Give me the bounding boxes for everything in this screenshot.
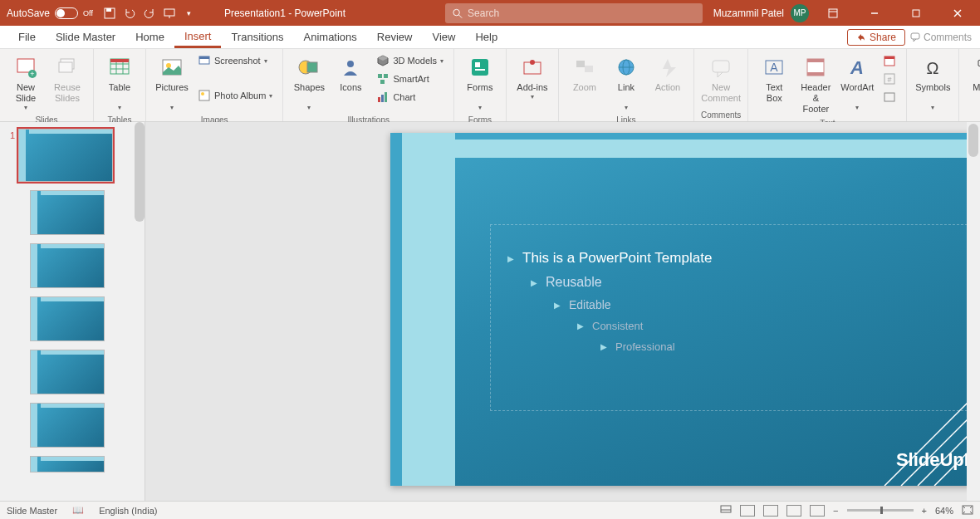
new-slide-button[interactable]: + New Slide▾ xyxy=(7,52,45,114)
shapes-button[interactable]: Shapes▾ xyxy=(290,52,328,114)
thumbnail-layout[interactable] xyxy=(30,350,105,394)
tab-file[interactable]: File xyxy=(8,26,46,48)
zoom-out-button[interactable]: − xyxy=(833,506,838,516)
slide-editor[interactable]: ▶This is a PowerPoint Template ▶Reusable… xyxy=(145,122,980,501)
svg-rect-49 xyxy=(713,61,729,72)
tab-transitions[interactable]: Transitions xyxy=(221,26,293,48)
close-button[interactable] xyxy=(940,0,975,26)
comments-label: Comments xyxy=(924,32,972,43)
new-comment-icon xyxy=(708,54,734,81)
pictures-button[interactable]: Pictures▾ xyxy=(153,52,191,114)
smartart-icon xyxy=(376,72,390,86)
maximize-button[interactable] xyxy=(899,0,933,26)
zoom-icon xyxy=(571,54,598,81)
forms-button[interactable]: Forms▾ xyxy=(461,52,499,114)
reuse-slides-button: Reuse Slides xyxy=(48,52,86,105)
tab-review[interactable]: Review xyxy=(367,26,423,48)
svg-rect-37 xyxy=(381,95,384,102)
new-comment-button: New Comment xyxy=(702,52,740,105)
bullet-level-1: ▶This is a PowerPoint Template xyxy=(507,250,950,267)
qa-more-icon[interactable]: ▾ xyxy=(181,5,198,22)
wordart-button[interactable]: AWordArt▾ xyxy=(838,52,876,114)
fit-to-window-button[interactable] xyxy=(962,505,973,517)
title-bar: AutoSave Off ▾ Presentation1 - PowerPoin… xyxy=(0,0,980,26)
view-sorter-button[interactable] xyxy=(763,505,778,517)
group-images: Pictures▾ Screenshot ▾ Photo Album ▾ Ima… xyxy=(146,49,283,121)
redo-icon[interactable] xyxy=(141,5,158,22)
work-area: 1 ▶This is a PowerPoint Template ▶Reusab… xyxy=(0,122,980,501)
object-button[interactable] xyxy=(880,89,899,105)
view-reading-button[interactable] xyxy=(786,505,801,517)
thumbnail-panel[interactable]: 1 xyxy=(0,122,145,501)
thumbnail-master[interactable] xyxy=(18,129,113,182)
textbox-button[interactable]: AText Box xyxy=(755,52,793,105)
tab-home[interactable]: Home xyxy=(125,26,174,48)
zoom-in-button[interactable]: + xyxy=(922,506,927,516)
zoom-button: Zoom xyxy=(566,52,604,95)
thumb-scrollbar[interactable] xyxy=(135,122,145,222)
user-name[interactable]: Muzammil Patel xyxy=(713,7,784,19)
link-button[interactable]: Link▾ xyxy=(607,52,645,114)
svg-text:A: A xyxy=(850,57,864,78)
slide-canvas[interactable]: ▶This is a PowerPoint Template ▶Reusable… xyxy=(390,133,980,486)
link-icon xyxy=(613,54,639,81)
minimize-button[interactable] xyxy=(857,0,892,26)
ribbon-display-icon[interactable] xyxy=(816,0,850,26)
status-mode[interactable]: Slide Master xyxy=(7,506,57,516)
svg-rect-36 xyxy=(378,97,380,102)
autosave-toggle[interactable]: AutoSave Off xyxy=(0,7,100,19)
tab-help[interactable]: Help xyxy=(465,26,507,48)
smartart-button[interactable]: SmartArt xyxy=(373,71,447,87)
tab-slide-master[interactable]: Slide Master xyxy=(46,26,125,48)
group-tables: Table▾ Tables xyxy=(94,49,146,121)
notes-button[interactable] xyxy=(720,505,732,517)
table-button[interactable]: Table▾ xyxy=(100,52,139,114)
bullet-level-5: ▶Professional xyxy=(600,340,950,353)
share-button[interactable]: Share xyxy=(847,29,905,46)
search-input[interactable] xyxy=(468,7,696,19)
action-button: Action xyxy=(649,52,687,95)
thumbnail-layout[interactable] xyxy=(30,190,105,235)
svg-text:+: + xyxy=(30,70,34,78)
zoom-level[interactable]: 64% xyxy=(935,506,953,516)
thumbnail-layout[interactable] xyxy=(30,456,105,472)
undo-icon[interactable] xyxy=(121,5,138,22)
user-avatar[interactable]: MP xyxy=(791,4,809,22)
photo-album-button[interactable]: Photo Album ▾ xyxy=(194,87,276,104)
tab-animations[interactable]: Animations xyxy=(294,26,367,48)
view-slideshow-button[interactable] xyxy=(810,505,825,517)
date-time-button[interactable] xyxy=(880,52,899,69)
3d-models-button[interactable]: 3D Models ▾ xyxy=(373,52,447,69)
zoom-slider[interactable] xyxy=(847,509,914,512)
thumbnail-layout[interactable] xyxy=(30,243,105,288)
screenshot-button[interactable]: Screenshot ▾ xyxy=(194,52,276,69)
tab-view[interactable]: View xyxy=(422,26,465,48)
comments-button[interactable]: Comments xyxy=(910,32,972,43)
table-icon xyxy=(106,54,133,81)
svg-rect-27 xyxy=(199,56,209,59)
status-language[interactable]: English (India) xyxy=(99,506,157,516)
header-footer-button[interactable]: Header & Footer xyxy=(796,52,835,117)
present-icon[interactable] xyxy=(161,5,178,22)
chart-button[interactable]: Chart xyxy=(373,89,447,105)
symbols-icon: Ω xyxy=(919,54,946,81)
content-placeholder[interactable]: ▶This is a PowerPoint Template ▶Reusable… xyxy=(490,224,968,411)
slide-top-accent xyxy=(455,133,980,158)
svg-rect-34 xyxy=(384,74,388,78)
group-links: Zoom Link▾ Action Links xyxy=(559,49,694,121)
save-icon[interactable] xyxy=(101,5,118,22)
search-box[interactable] xyxy=(445,3,703,23)
accessibility-icon[interactable]: 📖 xyxy=(72,505,84,516)
thumbnail-layout[interactable] xyxy=(30,403,105,448)
slide-number-icon: # xyxy=(883,72,896,86)
thumb-number: 1 xyxy=(3,129,15,182)
thumbnail-layout[interactable] xyxy=(30,296,105,341)
svg-point-29 xyxy=(201,92,204,95)
addins-button[interactable]: Add-ins ▾ xyxy=(513,52,551,103)
symbols-button[interactable]: ΩSymbols▾ xyxy=(914,52,952,114)
vertical-scrollbar[interactable] xyxy=(967,122,980,501)
media-button[interactable]: Media▾ xyxy=(966,52,980,114)
view-normal-button[interactable] xyxy=(740,505,755,517)
icons-button[interactable]: Icons xyxy=(331,52,370,95)
tab-insert[interactable]: Insert xyxy=(174,26,222,48)
